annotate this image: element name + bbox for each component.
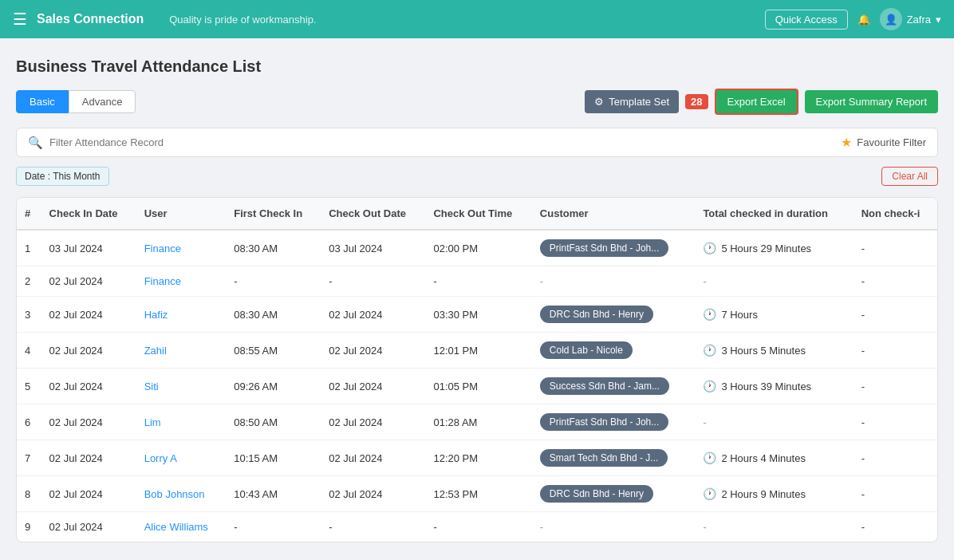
cell-check-out-date: 03 Jul 2024 — [321, 230, 425, 266]
table-row: 3 02 Jul 2024 Hafiz 08:30 AM 02 Jul 2024… — [17, 297, 937, 333]
cell-duration: 🕐 7 Hours — [695, 297, 853, 333]
table-row: 5 02 Jul 2024 Siti 09:26 AM 02 Jul 2024 … — [17, 369, 937, 404]
cell-num: 2 — [17, 266, 41, 297]
cell-check-in-date: 02 Jul 2024 — [41, 404, 136, 440]
star-icon: ★ — [841, 135, 852, 150]
cell-check-out-time: 02:00 PM — [425, 230, 531, 266]
cell-user[interactable]: Alice Williams — [136, 512, 227, 542]
cell-non-check: - — [853, 440, 937, 476]
cell-check-in-date: 02 Jul 2024 — [41, 297, 136, 333]
cell-duration: - — [695, 512, 853, 542]
top-navigation: ☰ Sales Connection Quality is pride of w… — [0, 0, 954, 38]
cell-non-check: - — [853, 230, 937, 266]
col-num: # — [17, 198, 41, 230]
date-filter-tag[interactable]: Date : This Month — [16, 167, 109, 186]
col-user: User — [136, 198, 227, 230]
table-row: 9 02 Jul 2024 Alice Williams - - - - - - — [17, 512, 937, 542]
export-excel-button[interactable]: Export Excel — [715, 89, 798, 115]
col-duration: Total checked in duration — [695, 198, 853, 230]
filter-row: Date : This Month Clear All — [16, 167, 938, 186]
table-header-row: # Check In Date User First Check In Chec… — [17, 198, 937, 230]
cell-first-check-in: 08:30 AM — [226, 297, 321, 333]
cell-check-out-time: 01:28 AM — [425, 404, 531, 440]
user-menu[interactable]: 👤 Zafra ▾ — [880, 8, 941, 30]
clock-icon: 🕐 — [703, 242, 716, 254]
cell-customer: Smart Tech Sdn Bhd - J... — [532, 440, 696, 476]
cell-check-out-time: 12:53 PM — [425, 476, 531, 512]
cell-user[interactable]: Zahil — [136, 333, 227, 369]
cell-check-in-date: 02 Jul 2024 — [41, 333, 136, 369]
notification-bell[interactable]: 🔔 — [857, 14, 870, 26]
brand-name: Sales Connection — [37, 12, 144, 26]
cell-non-check: - — [853, 266, 937, 297]
cell-num: 4 — [17, 333, 41, 369]
cell-user[interactable]: Finance — [136, 230, 227, 266]
page-title: Business Travel Attendance List — [16, 57, 938, 76]
username: Zafra — [907, 14, 931, 26]
tab-group: Basic Advance — [16, 90, 136, 113]
cell-user[interactable]: Siti — [136, 369, 227, 404]
cell-user[interactable]: Lorry A — [136, 440, 227, 476]
tagline: Quality is pride of workmanship. — [169, 14, 316, 26]
toolbar: Basic Advance ⚙ Template Set 28 Export E… — [16, 89, 938, 115]
col-customer: Customer — [532, 198, 696, 230]
cell-check-out-date: 02 Jul 2024 — [321, 333, 425, 369]
cell-user[interactable]: Hafiz — [136, 297, 227, 333]
cell-customer: DRC Sdn Bhd - Henry — [532, 297, 696, 333]
cell-check-out-time: 12:20 PM — [425, 440, 531, 476]
table-row: 6 02 Jul 2024 Lim 08:50 AM 02 Jul 2024 0… — [17, 404, 937, 440]
count-badge: 28 — [685, 94, 708, 109]
template-settings-button[interactable]: ⚙ Template Set — [585, 90, 679, 113]
attendance-table-wrap: # Check In Date User First Check In Chec… — [16, 197, 938, 542]
cell-check-in-date: 02 Jul 2024 — [41, 266, 136, 297]
cell-check-in-date: 02 Jul 2024 — [41, 476, 136, 512]
search-input[interactable] — [49, 136, 841, 148]
template-label: Template Set — [609, 96, 669, 108]
cell-non-check: - — [853, 369, 937, 404]
table-row: 1 03 Jul 2024 Finance 08:30 AM 03 Jul 20… — [17, 230, 937, 266]
favourite-filter[interactable]: ★ Favourite Filter — [841, 135, 926, 150]
cell-user[interactable]: Lim — [136, 404, 227, 440]
cell-duration: 🕐 2 Hours 9 Minutes — [695, 476, 853, 512]
main-content: Business Travel Attendance List Basic Ad… — [0, 38, 954, 560]
cell-duration: - — [695, 404, 853, 440]
cell-customer: Success Sdn Bhd - Jam... — [532, 369, 696, 404]
col-check-out-date: Check Out Date — [321, 198, 425, 230]
tab-advance[interactable]: Advance — [69, 90, 136, 113]
col-check-in-date: Check In Date — [41, 198, 136, 230]
chevron-down-icon: ▾ — [936, 14, 941, 26]
cell-num: 3 — [17, 297, 41, 333]
fav-filter-label: Favourite Filter — [857, 136, 926, 148]
cell-check-in-date: 02 Jul 2024 — [41, 440, 136, 476]
clock-icon: 🕐 — [703, 487, 716, 500]
export-summary-button[interactable]: Export Summary Report — [805, 90, 938, 113]
search-icon: 🔍 — [28, 136, 43, 150]
cell-duration: 🕐 5 Hours 29 Minutes — [695, 230, 853, 266]
cell-non-check: - — [853, 512, 937, 542]
clear-all-button[interactable]: Clear All — [881, 167, 938, 186]
col-check-out-time: Check Out Time — [425, 198, 531, 230]
clock-icon: 🕐 — [703, 344, 716, 357]
cell-non-check: - — [853, 404, 937, 440]
cell-first-check-in: - — [226, 266, 321, 297]
search-bar: 🔍 ★ Favourite Filter — [16, 128, 938, 157]
tab-basic[interactable]: Basic — [16, 90, 69, 113]
cell-first-check-in: 08:55 AM — [226, 333, 321, 369]
quick-access-button[interactable]: Quick Access — [765, 10, 848, 30]
cell-check-out-time: - — [425, 512, 531, 542]
cell-duration: - — [695, 266, 853, 297]
cell-check-in-date: 02 Jul 2024 — [41, 512, 136, 542]
table-row: 2 02 Jul 2024 Finance - - - - - - — [17, 266, 937, 297]
cell-customer: - — [532, 512, 696, 542]
cell-check-out-date: 02 Jul 2024 — [321, 369, 425, 404]
cell-user[interactable]: Bob Johnson — [136, 476, 227, 512]
hamburger-icon[interactable]: ☰ — [13, 10, 27, 29]
cell-duration: 🕐 3 Hours 39 Minutes — [695, 369, 853, 404]
cell-num: 6 — [17, 404, 41, 440]
cell-customer: - — [532, 266, 696, 297]
cell-check-out-time: - — [425, 266, 531, 297]
cell-non-check: - — [853, 476, 937, 512]
gear-icon: ⚙ — [594, 96, 604, 108]
cell-user[interactable]: Finance — [136, 266, 227, 297]
table-row: 7 02 Jul 2024 Lorry A 10:15 AM 02 Jul 20… — [17, 440, 937, 476]
